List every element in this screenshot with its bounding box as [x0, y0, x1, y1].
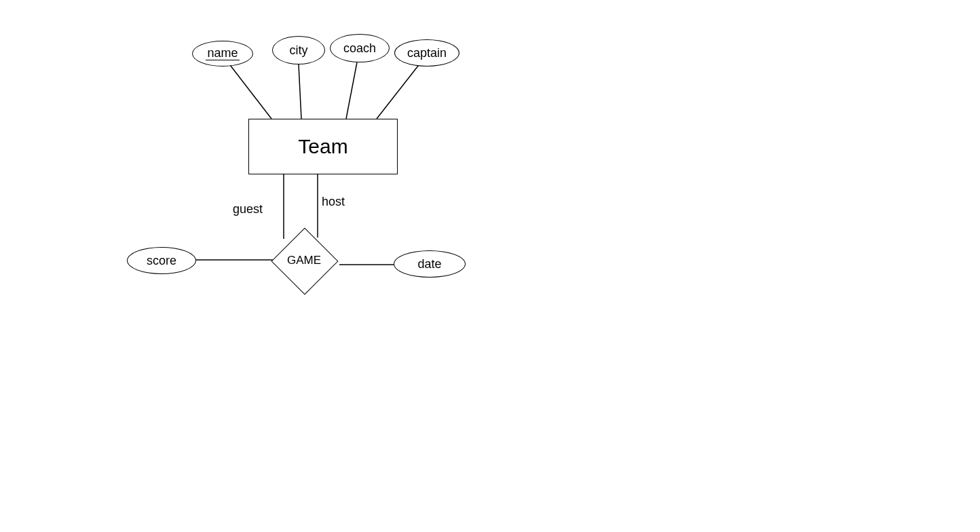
- edge-team-city: [299, 64, 301, 119]
- relationship-game: GAME: [281, 238, 327, 284]
- attr-city-label: city: [290, 43, 308, 58]
- attr-name: name: [192, 41, 253, 66]
- attr-date-label: date: [417, 257, 441, 271]
- entity-team-label: Team: [298, 135, 347, 158]
- relationship-game-label: GAME: [281, 238, 327, 284]
- attr-coach-label: coach: [343, 41, 376, 56]
- attr-name-label: name: [206, 47, 239, 61]
- attr-city: city: [272, 36, 325, 64]
- role-guest-label: guest: [233, 202, 263, 216]
- entity-team: Team: [248, 119, 398, 174]
- edge-team-name: [228, 62, 271, 119]
- er-diagram-canvas: Team name city coach captain GAME score …: [0, 0, 980, 532]
- attr-captain-label: captain: [407, 46, 447, 60]
- attr-score: score: [127, 247, 196, 274]
- attr-score-label: score: [147, 254, 176, 268]
- attr-date: date: [394, 250, 466, 278]
- attr-captain: captain: [394, 39, 459, 66]
- attr-coach: coach: [330, 34, 390, 62]
- role-host-label: host: [322, 195, 345, 209]
- edge-team-captain: [377, 62, 421, 119]
- edge-team-coach: [346, 62, 357, 119]
